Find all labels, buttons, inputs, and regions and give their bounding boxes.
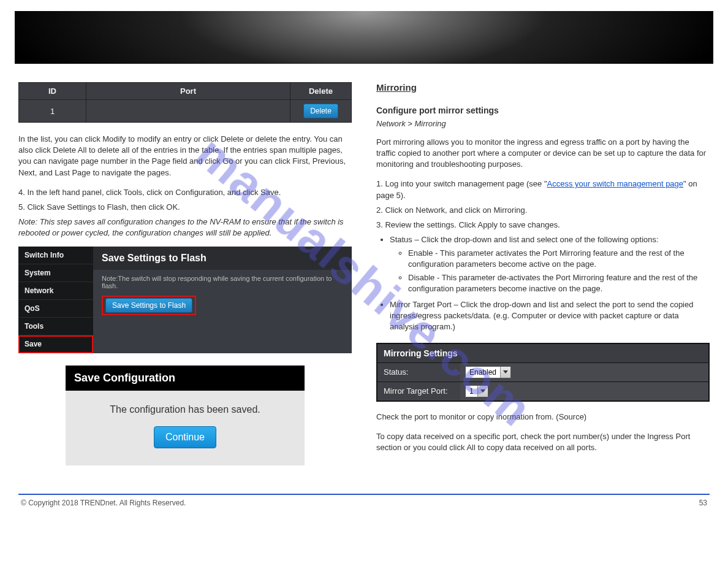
chevron-down-icon (500, 367, 510, 378)
sidebar-item-system[interactable]: System (18, 264, 93, 282)
delete-button[interactable]: Delete (303, 104, 338, 118)
save-to-flash-button[interactable]: Save Settings to Flash (105, 298, 192, 313)
page-footer: © Copyright 2018 TRENDnet. All Rights Re… (18, 494, 710, 528)
bullet-target: Mirror Target Port – Click the drop-down… (390, 299, 710, 333)
top-banner (15, 11, 713, 64)
nav-path: Network > Mirroring (376, 118, 710, 129)
step-5: 5. Click Save Settings to Flash, then cl… (18, 202, 352, 213)
cell-id: 1 (19, 100, 86, 123)
section-mirroring: Mirroring (376, 82, 417, 93)
save-note: Note: This step saves all configuration … (18, 216, 352, 239)
cell-delete: Delete (290, 100, 352, 123)
copyright: © Copyright 2018 TRENDnet. All Rights Re… (21, 499, 186, 507)
p-source: Check the port to monitor or copy inorma… (376, 412, 710, 423)
mirror-title: Mirroring Settings (377, 344, 708, 363)
right-column: Mirroring Configure port mirror settings… (376, 82, 710, 465)
col-id: ID (19, 83, 86, 100)
col-port: Port (86, 83, 290, 100)
sidebar-item-qos[interactable]: QoS (18, 300, 93, 318)
save-confirm-title: Save Configuration (66, 366, 305, 391)
p-ingress: To copy data received on a specific port… (376, 431, 710, 453)
access-mgmt-link[interactable]: Access your switch management page (547, 179, 684, 188)
cell-port (86, 100, 290, 123)
step-3: 3. Review the settings. Click Apply to s… (376, 220, 710, 231)
target-select[interactable]: 1 (465, 385, 488, 397)
port-table: ID Port Delete 1 Delete (18, 82, 352, 123)
flash-main: Save Settings to Flash Note:The switch w… (93, 247, 352, 353)
target-select-value: 1 (466, 387, 477, 396)
flash-title: Save Settings to Flash (93, 247, 352, 270)
status-select[interactable]: Enabled (465, 366, 511, 378)
opt-disable: Disable - This parameter de-activates th… (408, 272, 710, 294)
flash-note: Note:The switch will stop responding whi… (93, 270, 352, 292)
status-label: Status: (377, 363, 460, 381)
flash-panel: Switch Info System Network QoS Tools Sav… (18, 247, 352, 353)
sidebar-item-save[interactable]: Save (18, 335, 93, 353)
modify-paragraph: In the list, you can click Modify to mod… (18, 134, 352, 178)
step-1: 1. Log into your switch management page … (376, 178, 710, 201)
sidebar-item-tools[interactable]: Tools (18, 318, 93, 335)
col-delete: Delete (290, 83, 352, 100)
sub-heading: Configure port mirror settings (376, 105, 710, 117)
page-number: 53 (699, 499, 707, 507)
chevron-down-icon (477, 386, 488, 397)
flash-sidebar: Switch Info System Network QoS Tools Sav… (18, 247, 93, 353)
table-row: 1 Delete (19, 100, 352, 123)
mirroring-desc: Port mirroring allows you to monitor the… (376, 137, 710, 170)
opt-enable: Enable - This parameter activates the Po… (408, 248, 710, 270)
save-confirm-dialog: Save Configuration The configuration has… (66, 366, 305, 465)
target-label: Mirror Target Port: (377, 382, 460, 400)
sidebar-item-switch-info[interactable]: Switch Info (18, 247, 93, 264)
left-column: ID Port Delete 1 Delete In the list, you… (18, 82, 352, 465)
bullet-status: Status – Click the drop-down and list an… (390, 234, 710, 294)
mirror-panel: Mirroring Settings Status: Enabled Mirro… (376, 343, 710, 402)
sidebar-item-network[interactable]: Network (18, 282, 93, 300)
status-select-value: Enabled (466, 368, 500, 377)
step-4: 4. In the left hand panel, click Tools, … (18, 187, 352, 198)
step-2: 2. Click on Network, and click on Mirror… (376, 205, 710, 216)
save-confirm-msg: The configuration has been saved. (66, 391, 305, 426)
continue-button[interactable]: Continue (154, 426, 216, 448)
